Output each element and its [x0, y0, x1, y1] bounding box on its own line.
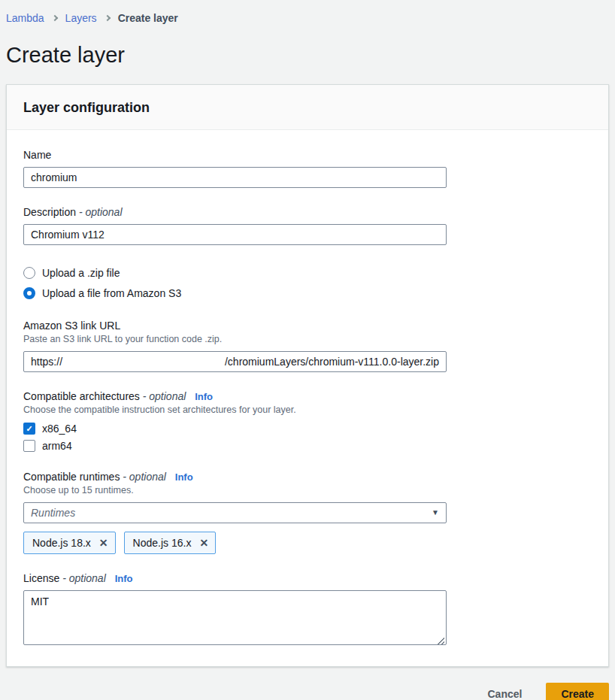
chevron-right-icon: [104, 15, 110, 21]
s3-url-help-text: Paste an S3 link URL to your function co…: [23, 334, 592, 345]
breadcrumb-link-layers[interactable]: Layers: [65, 11, 97, 25]
checkbox-arm64-label: arm64: [42, 439, 72, 453]
checkbox-arm64[interactable]: arm64: [23, 439, 592, 453]
dismiss-icon[interactable]: ✕: [199, 538, 208, 548]
radio-unselected-icon: [23, 267, 35, 279]
page-title: Create layer: [6, 42, 609, 68]
runtime-token-label: Node.js 16.x: [133, 537, 192, 549]
description-label-text: Description: [23, 206, 76, 218]
architectures-label-text: Compatible architectures: [23, 390, 140, 402]
create-button[interactable]: Create: [546, 683, 609, 700]
s3-url-label: Amazon S3 link URL: [23, 320, 592, 332]
runtime-token-label: Node.js 18.x: [32, 537, 91, 549]
breadcrumb-link-lambda[interactable]: Lambda: [6, 11, 44, 25]
license-field-group: License - optional Info MIT: [23, 572, 592, 648]
radio-upload-zip-label: Upload a .zip file: [42, 266, 120, 280]
radio-upload-s3[interactable]: Upload a file from Amazon S3: [23, 286, 592, 300]
panel-header: Layer configuration: [7, 85, 608, 130]
license-textarea-wrap: MIT: [23, 590, 447, 648]
dismiss-icon[interactable]: ✕: [99, 538, 108, 548]
architectures-label: Compatible architectures - optional Info: [23, 390, 592, 403]
radio-upload-s3-label: Upload a file from Amazon S3: [42, 286, 181, 300]
cancel-button[interactable]: Cancel: [484, 683, 525, 700]
runtimes-field-group: Compatible runtimes - optional Info Choo…: [23, 471, 592, 554]
description-input[interactable]: [23, 224, 447, 245]
checkbox-x86-64-label: x86_64: [42, 422, 77, 435]
name-label: Name: [23, 149, 592, 162]
runtimes-label-text: Compatible runtimes: [23, 471, 120, 483]
runtimes-select[interactable]: Runtimes ▼: [23, 502, 447, 523]
architectures-optional-text: - optional: [143, 390, 186, 402]
radio-selected-icon: [23, 287, 35, 299]
create-layer-page: Lambda Layers Create layer Create layer …: [0, 0, 615, 700]
architectures-checkbox-group: ✓ x86_64 arm64: [23, 422, 592, 453]
breadcrumb-current: Create layer: [118, 11, 178, 25]
license-info-link[interactable]: Info: [115, 573, 133, 584]
license-label-text: License: [23, 572, 59, 584]
runtime-token-list: Node.js 18.x ✕ Node.js 16.x ✕: [23, 532, 592, 554]
runtimes-label: Compatible runtimes - optional Info: [23, 471, 592, 483]
description-optional-text: - optional: [79, 206, 123, 218]
license-optional-text: - optional: [62, 572, 106, 584]
architectures-info-link[interactable]: Info: [195, 391, 213, 402]
runtimes-select-placeholder: Runtimes: [31, 507, 75, 519]
name-field-group: Name: [23, 149, 592, 188]
s3-url-field-group: Amazon S3 link URL Paste an S3 link URL …: [23, 320, 592, 372]
description-label: Description - optional: [23, 206, 592, 219]
caret-down-icon: ▼: [432, 509, 439, 517]
runtimes-info-link[interactable]: Info: [175, 471, 193, 483]
upload-source-radio-group: Upload a .zip file Upload a file from Am…: [23, 266, 592, 300]
description-field-group: Description - optional: [23, 206, 592, 245]
breadcrumb: Lambda Layers Create layer: [6, 0, 609, 25]
checkbox-unchecked-icon: [23, 440, 35, 452]
s3-url-suffix: /chromiumLayers/chromium-v111.0.0-layer.…: [225, 356, 439, 368]
footer-actions: Cancel Create: [6, 683, 609, 700]
runtimes-optional-text: - optional: [123, 471, 166, 483]
runtime-token-nodejs-16: Node.js 16.x ✕: [124, 532, 217, 554]
name-input[interactable]: [23, 167, 447, 188]
runtimes-help-text: Choose up to 15 runtimes.: [23, 485, 592, 496]
runtime-token-nodejs-18: Node.js 18.x ✕: [23, 532, 116, 554]
license-label: License - optional Info: [23, 572, 592, 585]
layer-configuration-panel: Layer configuration Name Description - o…: [6, 84, 609, 667]
chevron-right-icon: [51, 15, 57, 21]
panel-title: Layer configuration: [23, 98, 592, 117]
panel-body: Name Description - optional Upload a .zi…: [7, 130, 608, 666]
s3-url-prefix: https://: [31, 356, 62, 368]
s3-url-input[interactable]: https:// /chromiumLayers/chromium-v111.0…: [23, 351, 447, 372]
checkbox-x86-64[interactable]: ✓ x86_64: [23, 422, 592, 435]
radio-upload-zip[interactable]: Upload a .zip file: [23, 266, 592, 280]
checkbox-checked-icon: ✓: [23, 423, 35, 435]
architectures-field-group: Compatible architectures - optional Info…: [23, 390, 592, 453]
architectures-help-text: Choose the compatible instruction set ar…: [23, 405, 592, 416]
check-icon: ✓: [26, 425, 32, 433]
license-textarea[interactable]: MIT: [23, 590, 447, 645]
